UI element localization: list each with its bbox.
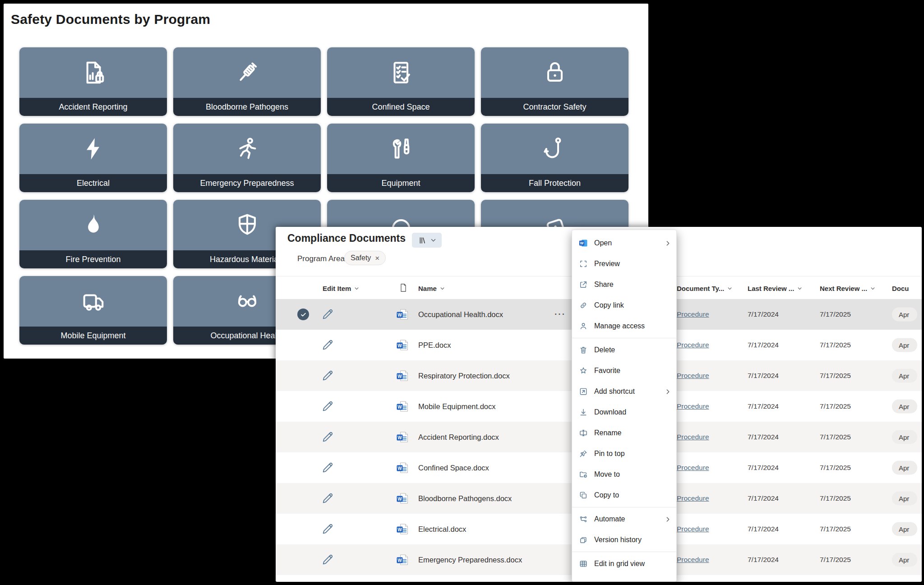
edit-item-pencil-icon[interactable]: [321, 492, 334, 505]
tile-electrical[interactable]: Electrical: [19, 124, 167, 192]
column-header-edit-item[interactable]: Edit Item: [323, 281, 359, 295]
document-type-link[interactable]: Procedure: [677, 310, 709, 318]
chevron-down-icon: [354, 286, 359, 291]
tile-contractor-safety[interactable]: Contractor Safety: [481, 47, 628, 116]
tile-fall-protection[interactable]: Fall Protection: [481, 124, 628, 192]
tile-equipment[interactable]: Equipment: [327, 124, 475, 192]
menu-item-delete[interactable]: Delete: [572, 340, 676, 360]
edit-item-pencil-icon[interactable]: [321, 369, 334, 382]
download-icon: [579, 408, 588, 417]
tile-label: Equipment: [327, 174, 475, 192]
document-name[interactable]: Bloodborne Pathogens.docx: [418, 494, 512, 503]
pin-icon: [579, 449, 588, 458]
edit-item-pencil-icon[interactable]: [321, 522, 334, 536]
menu-item-label: Delete: [594, 346, 671, 354]
menu-item-download[interactable]: Download: [572, 402, 676, 423]
menu-item-favorite[interactable]: Favorite: [572, 360, 676, 381]
doc-status-chip: Apr: [892, 553, 917, 567]
svg-text:W: W: [397, 558, 402, 563]
document-name[interactable]: Confined Space.docx: [418, 464, 489, 472]
menu-item-open[interactable]: WOpen: [572, 233, 676, 253]
edit-item-pencil-icon[interactable]: [321, 400, 334, 413]
last-review-date: 7/17/2024: [748, 341, 779, 349]
svg-text:W: W: [580, 241, 584, 245]
document-type-link[interactable]: Procedure: [677, 341, 709, 349]
file-icon: [398, 283, 408, 294]
edit-item-pencil-icon[interactable]: [321, 461, 334, 474]
menu-item-copy-link[interactable]: Copy link: [572, 295, 676, 316]
menu-item-copy-to[interactable]: Copy to: [572, 485, 676, 506]
column-header-last-review[interactable]: Last Review ...: [748, 281, 802, 295]
tile-label: Bloodborne Pathogens: [173, 98, 321, 116]
document-type-link[interactable]: Procedure: [677, 402, 709, 410]
column-header-name[interactable]: Name: [418, 281, 445, 295]
add-shortcut-icon: [579, 387, 588, 396]
document-name[interactable]: Respiratory Protection.docx: [418, 372, 510, 380]
menu-item-label: Pin to top: [594, 450, 671, 458]
tile-mobile-equipment[interactable]: Mobile Equipment: [19, 276, 167, 345]
preview-icon: [579, 259, 588, 268]
tile-emergency-preparedness[interactable]: Emergency Preparedness: [173, 124, 321, 192]
menu-item-manage-access[interactable]: Manage access: [572, 316, 676, 336]
selected-check-icon[interactable]: [297, 309, 309, 320]
column-header-file-type[interactable]: [398, 281, 408, 295]
column-header-document-type[interactable]: Document Ty...: [677, 281, 732, 295]
more-actions-icon[interactable]: ···: [554, 309, 566, 319]
document-name[interactable]: Mobile Equipment.docx: [418, 402, 496, 411]
menu-item-share[interactable]: Share: [572, 274, 676, 295]
word-file-icon: W: [397, 462, 409, 474]
edit-item-pencil-icon[interactable]: [321, 338, 334, 352]
library-view-icon: [417, 235, 427, 245]
menu-item-automate[interactable]: Automate: [572, 509, 676, 530]
chip-close-icon[interactable]: ×: [375, 254, 379, 262]
tile-confined-space[interactable]: Confined Space: [327, 47, 475, 116]
edit-item-pencil-icon[interactable]: [321, 553, 334, 567]
filter-chip-safety[interactable]: Safety ×: [344, 251, 386, 265]
menu-item-rename[interactable]: Rename: [572, 423, 676, 443]
document-name[interactable]: Occupational Health.docx: [418, 310, 503, 319]
tile-fire-prevention[interactable]: Fire Prevention: [19, 200, 167, 268]
menu-item-edit-in-grid-view[interactable]: Edit in grid view: [572, 553, 676, 574]
chevron-down-icon: [727, 286, 732, 291]
menu-item-version-history[interactable]: Version history: [572, 530, 676, 550]
tile-accident-reporting[interactable]: Accident Reporting: [19, 47, 167, 116]
svg-text:W: W: [397, 313, 402, 318]
edit-item-pencil-icon[interactable]: [321, 308, 334, 321]
document-name[interactable]: Emergency Preparedness.docx: [418, 556, 522, 564]
menu-item-label: Open: [594, 239, 659, 247]
menu-item-add-shortcut[interactable]: Add shortcut: [572, 381, 676, 402]
document-type-link[interactable]: Procedure: [677, 556, 709, 564]
chevron-down-icon: [440, 286, 445, 291]
menu-item-pin-to-top[interactable]: Pin to top: [572, 443, 676, 464]
tile-bloodborne-pathogens[interactable]: Bloodborne Pathogens: [173, 47, 321, 116]
star-icon: [579, 366, 588, 375]
menu-item-label: Edit in grid view: [594, 560, 671, 568]
document-type-link[interactable]: Procedure: [677, 433, 709, 441]
column-header-next-review[interactable]: Next Review ...: [820, 281, 875, 295]
menu-item-label: Copy to: [594, 491, 671, 499]
trash-icon: [579, 345, 588, 355]
view-selector-button[interactable]: [412, 233, 442, 248]
menu-separator: [572, 507, 676, 507]
document-type-link[interactable]: Procedure: [677, 464, 709, 472]
document-name[interactable]: Electrical.docx: [418, 525, 466, 534]
menu-item-move-to[interactable]: Move to: [572, 464, 676, 485]
list-panel-title: Compliance Documents: [287, 232, 406, 244]
tile-label: Accident Reporting: [19, 98, 167, 116]
document-type-link[interactable]: Procedure: [677, 494, 709, 502]
doc-status-chip: Apr: [892, 369, 917, 383]
menu-item-alert-me[interactable]: Alert me: [572, 574, 676, 582]
versions-icon: [579, 535, 588, 544]
document-name[interactable]: PPE.docx: [418, 341, 451, 350]
column-header-doc-partial[interactable]: Docu: [892, 281, 909, 295]
next-review-date: 7/17/2025: [820, 433, 851, 441]
edit-item-pencil-icon[interactable]: [321, 430, 334, 444]
next-review-date: 7/17/2025: [820, 341, 851, 349]
screenshot-canvas: Safety Documents by Program Accident Rep…: [0, 0, 924, 585]
document-type-link[interactable]: Procedure: [677, 525, 709, 533]
menu-item-preview[interactable]: Preview: [572, 253, 676, 274]
document-name[interactable]: Accident Reporting.docx: [418, 433, 499, 442]
document-type-link[interactable]: Procedure: [677, 372, 709, 380]
menu-item-label: Favorite: [594, 367, 671, 375]
tile-label: Fall Protection: [481, 174, 628, 192]
